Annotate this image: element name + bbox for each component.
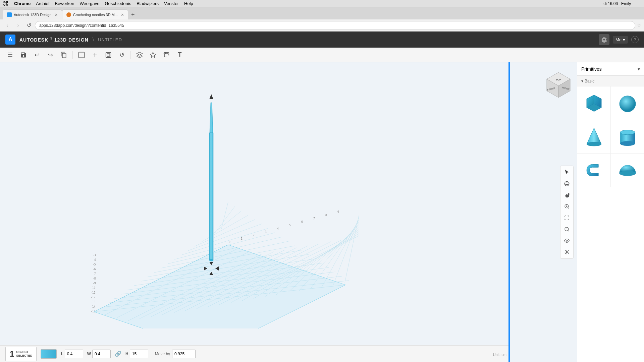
svg-text:-4: -4 — [93, 258, 96, 261]
section-title: Basic — [585, 79, 594, 83]
menu-weergave[interactable]: Weergave — [79, 1, 99, 6]
menu-bladwijzers[interactable]: Bladwijzers — [137, 1, 159, 6]
svg-text:4: 4 — [277, 227, 279, 230]
tab-bar: Autodesk 123D Design × Crocheting needle… — [0, 7, 644, 19]
zoom-area-tool[interactable] — [562, 224, 572, 234]
primitive-sphere[interactable] — [611, 86, 644, 120]
svg-point-104 — [620, 141, 635, 146]
l-input[interactable] — [65, 350, 83, 358]
settings-icon[interactable] — [599, 34, 609, 45]
redo-button[interactable]: ↪ — [44, 49, 56, 61]
svg-rect-0 — [79, 52, 85, 58]
svg-point-72 — [209, 259, 213, 261]
tab-autodesk[interactable]: Autodesk 123D Design × — [3, 9, 62, 19]
svg-line-43 — [311, 222, 359, 289]
address-right: ☆ — [637, 22, 641, 28]
needle-object[interactable] — [195, 93, 228, 294]
svg-point-99 — [619, 96, 636, 112]
combine-button[interactable] — [160, 49, 172, 61]
primitive-cone[interactable] — [577, 120, 610, 153]
undo-button[interactable]: ↩ — [31, 49, 43, 61]
refresh-button[interactable]: ↺ — [116, 49, 128, 61]
svg-text:-9: -9 — [93, 282, 96, 285]
clone-button[interactable] — [58, 49, 70, 61]
primitive-torus[interactable] — [577, 154, 610, 187]
svg-text:-15: -15 — [91, 310, 96, 313]
menu-geschiedenis[interactable]: Geschiedenis — [105, 1, 131, 6]
svg-text:7: 7 — [313, 217, 315, 220]
tab1-close[interactable]: × — [55, 12, 58, 17]
primitives-grid — [577, 86, 644, 187]
view-tool[interactable] — [562, 236, 572, 246]
svg-text:-5: -5 — [93, 263, 96, 266]
viewport-tools — [560, 166, 574, 259]
view-cube[interactable]: TOP RIGHT FRONT — [543, 69, 574, 101]
me-dropdown-icon: ▾ — [623, 37, 625, 42]
selection-info: 1 OBJECT SELECTED — [5, 347, 37, 361]
svg-text:-10: -10 — [91, 287, 96, 290]
group-button[interactable] — [147, 49, 159, 61]
me-button[interactable]: Me ▾ — [613, 36, 628, 44]
menu-bewerken[interactable]: Bewerken — [55, 1, 74, 6]
svg-rect-2 — [107, 53, 110, 56]
fit-tool[interactable] — [562, 213, 572, 223]
section-collapse-icon[interactable]: ▾ — [581, 79, 583, 83]
address-input[interactable]: apps.123dapp.com/design/?contentid=16355… — [35, 21, 635, 30]
color-swatch[interactable] — [41, 349, 57, 359]
menu-archief[interactable]: Archief — [36, 1, 49, 6]
add-button[interactable]: + — [89, 49, 101, 61]
panel-header: Primitives ▾ — [577, 62, 644, 76]
select-tool[interactable] — [562, 167, 572, 177]
panel-divider — [508, 62, 510, 362]
svg-text:-12: -12 — [91, 296, 96, 299]
transform-button[interactable] — [102, 49, 114, 61]
primitive-hemisphere[interactable] — [611, 154, 644, 187]
app-header: A AUTODESK ® 123D DESIGN \ UNTITLED Me ▾ — [0, 32, 644, 48]
zoom-tool[interactable] — [562, 201, 572, 212]
me-label: Me — [615, 37, 622, 42]
w-field: W — [87, 350, 111, 358]
svg-text:-3: -3 — [93, 254, 96, 257]
text-button[interactable]: T — [174, 49, 186, 61]
w-label: W — [87, 352, 91, 356]
panel-collapse-icon[interactable]: ▾ — [638, 66, 640, 72]
tab2-favicon — [66, 12, 71, 17]
svg-text:-14: -14 — [91, 305, 96, 308]
menu-help[interactable]: Help — [184, 1, 193, 6]
app-container: A AUTODESK ® 123D DESIGN \ UNTITLED Me ▾ — [0, 32, 644, 362]
tab1-favicon — [7, 12, 12, 17]
modify-button[interactable] — [133, 49, 146, 61]
back-button[interactable]: ‹ — [3, 21, 12, 30]
main-layout: -15 -14 -13 -12 -11 -10 -9 -8 -7 -6 -5 -… — [0, 62, 644, 362]
svg-point-103 — [620, 130, 635, 134]
tab1-title: Autodesk 123D Design — [14, 13, 52, 17]
pan-tool[interactable] — [562, 190, 572, 200]
viewport[interactable]: -15 -14 -13 -12 -11 -10 -9 -8 -7 -6 -5 -… — [0, 62, 577, 362]
tab-crochet[interactable]: Crocheting needles 3D M... × — [62, 9, 128, 19]
reload-button[interactable]: ↺ — [24, 21, 34, 30]
bookmark-icon[interactable]: ☆ — [637, 22, 641, 28]
svg-marker-100 — [587, 128, 601, 144]
tab2-close[interactable]: × — [121, 12, 124, 17]
menu-venster[interactable]: Venster — [164, 1, 179, 6]
primitive-box[interactable] — [577, 86, 610, 120]
move-by-input[interactable] — [172, 350, 196, 358]
h-input[interactable] — [130, 350, 148, 358]
svg-point-84 — [565, 181, 569, 186]
menu-chrome[interactable]: Chrome — [14, 1, 31, 6]
orbit-tool[interactable] — [562, 179, 572, 189]
help-button[interactable]: ? — [631, 36, 639, 43]
new-tab-button[interactable]: + — [128, 10, 138, 19]
material-tool[interactable] — [562, 247, 572, 257]
svg-line-91 — [568, 230, 569, 231]
save-button[interactable] — [17, 49, 30, 61]
sketch-button[interactable] — [75, 49, 88, 61]
chrome-window: Autodesk 123D Design × Crocheting needle… — [0, 7, 644, 362]
forward-button[interactable]: › — [13, 21, 23, 30]
primitive-cylinder[interactable] — [611, 120, 644, 153]
link-icon[interactable]: 🔗 — [115, 351, 121, 357]
svg-text:-8: -8 — [93, 277, 96, 280]
menu-tool-button[interactable]: ☰ — [4, 49, 16, 61]
w-input[interactable] — [92, 350, 111, 358]
apple-icon[interactable]: ⌘ — [3, 0, 9, 7]
